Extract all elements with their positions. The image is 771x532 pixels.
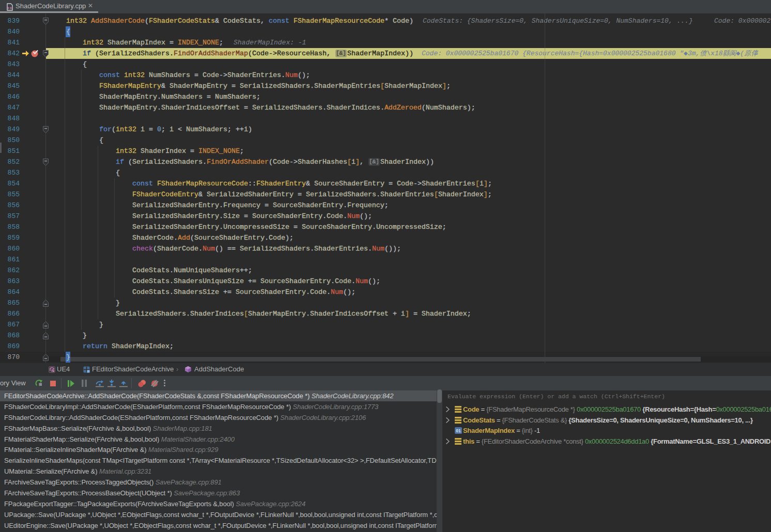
- svg-text:01: 01: [456, 428, 461, 433]
- svg-text:++: ++: [7, 6, 12, 11]
